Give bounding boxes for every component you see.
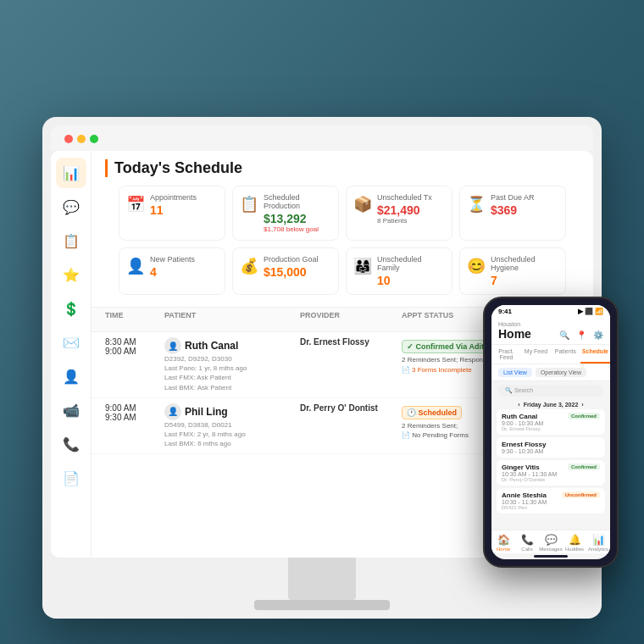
traffic-light-yellow[interactable]: [77, 135, 86, 143]
patient-bmx: Last BMX: Ask Patient: [164, 383, 300, 392]
patient-name-text: Phil Ling: [185, 406, 228, 418]
scheduled-production-label: Scheduled Production: [264, 193, 331, 210]
phone-apt-name: Ernest Flossy: [502, 441, 546, 448]
phone-nav-messages[interactable]: 💬 Messages: [539, 534, 563, 552]
phone-list-view-btn[interactable]: List View: [498, 368, 532, 377]
phone-apt-name: Ruth Canal: [502, 413, 543, 420]
phone-date-nav: ‹ Friday June 3, 2022 ›: [491, 400, 610, 409]
traffic-light-red[interactable]: [64, 135, 73, 143]
phone-apt-item[interactable]: Annie Steshia 10:30 - 11:30 AM D5421 Per…: [497, 488, 605, 514]
sidebar-icon-payments[interactable]: 💲: [56, 293, 86, 324]
col-header-provider: Provider: [300, 311, 402, 328]
phone-apt-item[interactable]: Ruth Canal 9:00 - 10:30 AM Dr. Ernest Fl…: [497, 409, 605, 435]
phone-nav-icons: 🔍 📍 ⚙️: [559, 330, 603, 340]
unscheduled-hygiene-value: 7: [491, 274, 558, 287]
traffic-light-green[interactable]: [90, 135, 98, 143]
phone-nav-calls[interactable]: 📞 Calls: [515, 534, 539, 552]
appointments-value: 11: [150, 203, 197, 217]
appointments-icon: 📅: [126, 195, 145, 214]
stat-card-unscheduled-family[interactable]: 👨‍👩‍👧 Unscheduled Family 10: [346, 247, 452, 295]
phone-prev-arrow[interactable]: ‹: [518, 402, 519, 408]
phone-home-indicator: [534, 555, 568, 558]
phone-tab-my-feed[interactable]: My Feed: [521, 345, 551, 364]
phone-nav-huddles[interactable]: 🔔 Huddles: [563, 534, 586, 552]
production-goal-icon: 💰: [240, 257, 258, 275]
col-header-patient: Patient: [164, 311, 300, 328]
phone-operatory-view-btn[interactable]: Operatory View: [536, 368, 586, 377]
unscheduled-family-label: Unscheduled Family: [377, 255, 445, 272]
sidebar-icon-reports[interactable]: 📄: [56, 463, 86, 493]
screen-top-bar: [51, 125, 593, 151]
sidebar-icon-patients[interactable]: 📋: [56, 225, 86, 256]
phone-apt-status: Confirmed: [568, 413, 600, 419]
patient-pano: Last FMX: 2 yr, 8 mths ago: [164, 430, 300, 439]
phone-apt-status: Confirmed: [568, 464, 600, 470]
phone-location-icon[interactable]: 📍: [576, 330, 586, 340]
sidebar-icon-mail[interactable]: ✉️: [56, 327, 86, 358]
screen-header: Today's Schedule 📅 Appointments 11 �: [92, 151, 593, 307]
avatar: 👤: [164, 337, 181, 354]
unscheduled-tx-label: Unscheduled Tx: [377, 193, 432, 202]
patient-codes: D2392, D9292, D3030: [164, 354, 300, 364]
sidebar: 📊 💬 📋 ⭐ 💲 ✉️ 👤 📹 📞 📄: [51, 151, 92, 558]
patient-codes: D5499, D3838, D0021: [164, 420, 300, 430]
unscheduled-tx-icon: 📦: [353, 195, 372, 214]
status-badge: ✓ Confirmed Via Adit: [402, 340, 489, 353]
phone-next-arrow[interactable]: ›: [581, 402, 583, 408]
patient-name-text: Ruth Canal: [185, 340, 238, 352]
stat-card-scheduled-production[interactable]: 📋 Scheduled Production $13,292 $1,708 be…: [232, 186, 339, 241]
phone-tab-schedule[interactable]: Schedule: [580, 345, 610, 364]
stat-card-unscheduled-tx[interactable]: 📦 Unscheduled Tx $21,490 8 Patients: [346, 186, 452, 241]
unscheduled-tx-sub: 8 Patients: [377, 217, 432, 225]
phone-nav-analytics[interactable]: 📊 Analytics: [586, 534, 610, 552]
stat-card-unscheduled-hygiene[interactable]: 😊 Unscheduled Hygiene 7: [459, 247, 566, 295]
phone-search-placeholder: Search: [514, 387, 533, 393]
production-goal-label: Production Goal: [264, 255, 319, 264]
appointments-label: Appointments: [150, 193, 197, 202]
phone-apt-item[interactable]: Ginger Vitis 10:30 AM - 11:30 AM Dr. Per…: [497, 460, 605, 486]
phone-tab-patients[interactable]: Patients: [551, 345, 580, 364]
phone-apt-status: Unconfirmed: [562, 491, 600, 498]
time-cell: 8:30 AM 9:00 AM: [105, 337, 164, 356]
stat-card-appointments[interactable]: 📅 Appointments 11: [119, 186, 225, 241]
phone-search-icon[interactable]: 🔍: [559, 330, 569, 340]
sidebar-icon-stars[interactable]: ⭐: [56, 259, 86, 290]
phone-apt-time: 9:00 - 10:30 AM: [502, 420, 543, 426]
status-badge: 🕐 Scheduled: [402, 406, 462, 419]
sidebar-icon-video[interactable]: 📹: [56, 395, 86, 425]
time-cell: 9:00 AM 9:30 AM: [105, 403, 164, 422]
phone-signals: ▶ ⬛ 📶: [578, 308, 603, 315]
phone-location: Houston: [498, 321, 603, 327]
messages-icon: 💬: [545, 534, 558, 546]
patient-pano: Last Pano: 1 yr, 8 mths ago: [164, 364, 300, 373]
analytics-icon: 📊: [592, 534, 605, 546]
phone-apt-time: 9:30 - 10:30 AM: [502, 448, 546, 454]
phone-apt-item[interactable]: Ernest Flossy 9:30 - 10:30 AM: [497, 437, 605, 458]
phone-apt-detail: Dr. Percy O'Dontist: [502, 477, 557, 482]
phone-appointment-list: Ruth Canal 9:00 - 10:30 AM Dr. Ernest Fl…: [491, 409, 610, 530]
phone-nav-home[interactable]: 🏠 Home: [491, 534, 515, 552]
patient-cell: 👤 Ruth Canal D2392, D9292, D3030 Last Pa…: [164, 337, 300, 392]
phone-search[interactable]: 🔍 Search: [498, 385, 603, 397]
phone-status-bar: 9:41 ▶ ⬛ 📶: [491, 305, 610, 318]
stat-card-new-patients[interactable]: 👤 New Patients 4: [119, 247, 225, 295]
stat-card-production-goal[interactable]: 💰 Production Goal $15,000: [232, 247, 339, 295]
sidebar-icon-dashboard[interactable]: 📊: [56, 158, 86, 188]
sidebar-icon-chat[interactable]: 💬: [56, 192, 86, 222]
sidebar-icon-phone[interactable]: 📞: [56, 429, 86, 459]
phone-apt-name: Ginger Vitis: [502, 464, 557, 471]
unscheduled-family-icon: 👨‍👩‍👧: [353, 257, 372, 275]
phone-header: Houston Home 🔍 📍 ⚙️: [491, 318, 610, 345]
avatar: 👤: [164, 403, 181, 420]
unscheduled-hygiene-icon: 😊: [467, 257, 486, 275]
provider-cell: Dr. Ernest Flossy: [300, 337, 402, 347]
monitor-stand: [288, 558, 356, 600]
stat-card-past-due-ar[interactable]: ⏳ Past Due AR $369: [459, 186, 566, 241]
huddles-icon: 🔔: [569, 534, 581, 546]
phone-screen: 9:41 ▶ ⬛ 📶 Houston Home 🔍 📍 ⚙️ Pract. Fe…: [491, 305, 610, 559]
phone-gear-icon[interactable]: ⚙️: [593, 330, 603, 340]
home-icon: 🏠: [497, 534, 510, 546]
sidebar-icon-user[interactable]: 👤: [56, 361, 86, 391]
phone-tab-pract-feed[interactable]: Pract. Feed: [491, 345, 521, 364]
new-patients-icon: 👤: [126, 257, 145, 275]
